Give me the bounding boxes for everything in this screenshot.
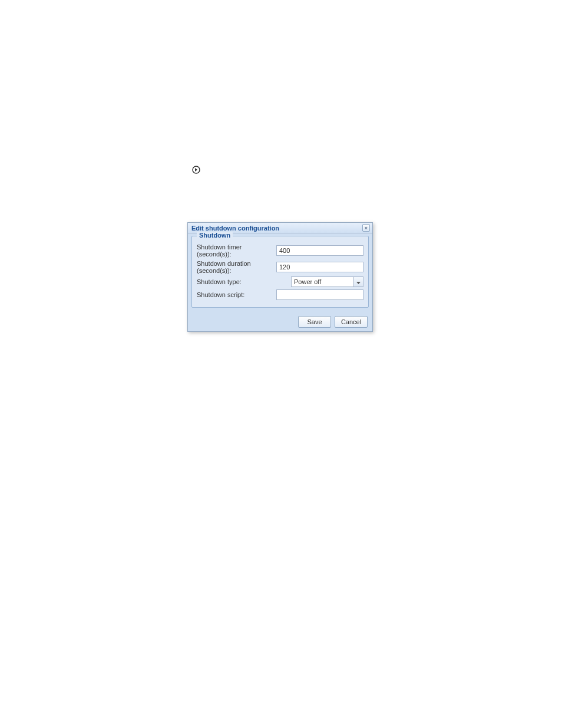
shutdown-type-row: Shutdown type: Power off bbox=[197, 276, 363, 287]
edit-shutdown-config-dialog: Edit shutdown configuration × Shutdown S… bbox=[187, 222, 373, 332]
dialog-title: Edit shutdown configuration bbox=[191, 225, 279, 232]
shutdown-script-label: Shutdown script: bbox=[197, 291, 276, 298]
shutdown-timer-label: Shutdown timer (second(s)): bbox=[197, 243, 276, 258]
shutdown-type-trigger[interactable] bbox=[354, 276, 363, 287]
shutdown-duration-input[interactable] bbox=[276, 262, 363, 272]
cancel-button[interactable]: Cancel bbox=[335, 316, 368, 328]
arrow-right-icon bbox=[192, 166, 200, 175]
dialog-footer: Save Cancel bbox=[188, 312, 372, 331]
shutdown-script-input[interactable] bbox=[276, 289, 363, 300]
shutdown-timer-input[interactable] bbox=[276, 245, 363, 256]
shutdown-duration-row: Shutdown duration (second(s)): bbox=[197, 260, 363, 274]
shutdown-fieldset: Shutdown Shutdown timer (second(s)): Shu… bbox=[191, 236, 369, 308]
shutdown-timer-row: Shutdown timer (second(s)): bbox=[197, 243, 363, 258]
shutdown-type-value: Power off bbox=[291, 276, 354, 287]
shutdown-type-select[interactable]: Power off bbox=[291, 276, 363, 287]
shutdown-duration-label: Shutdown duration (second(s)): bbox=[197, 260, 276, 274]
fieldset-legend: Shutdown bbox=[197, 232, 233, 239]
shutdown-type-label: Shutdown type: bbox=[197, 278, 291, 285]
dialog-body: Shutdown Shutdown timer (second(s)): Shu… bbox=[188, 233, 372, 312]
chevron-down-icon bbox=[356, 278, 361, 285]
save-button[interactable]: Save bbox=[298, 316, 331, 328]
close-button[interactable]: × bbox=[362, 224, 370, 232]
close-icon: × bbox=[365, 225, 368, 231]
shutdown-script-row: Shutdown script: bbox=[197, 289, 363, 300]
